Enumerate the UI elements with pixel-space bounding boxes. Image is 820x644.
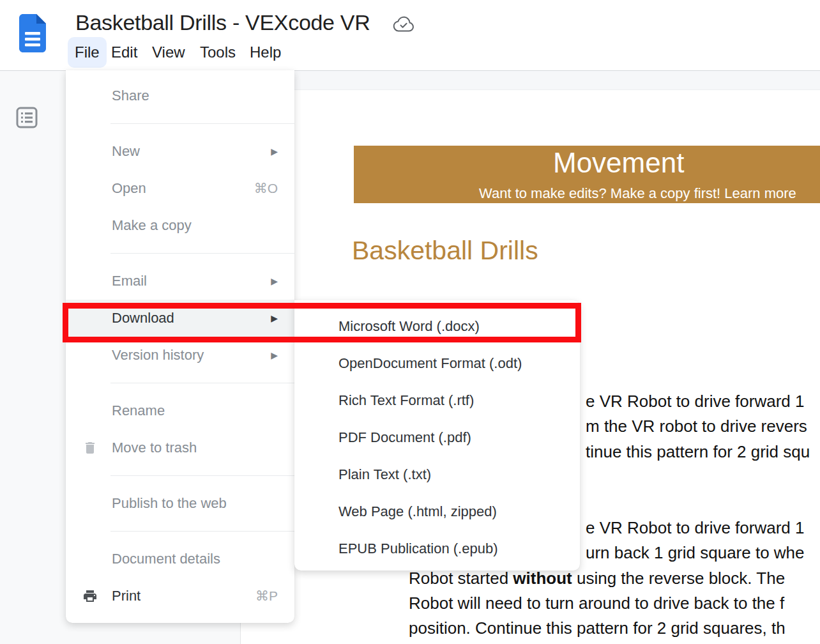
app-header: Basketball Drills - VEXcode VR FileEditV… [0, 0, 820, 71]
menu-item-share[interactable]: Share [66, 77, 294, 114]
menu-item-label: Open [112, 180, 248, 197]
menu-item-version-history[interactable]: Version history▶ [66, 337, 294, 374]
banner-title: Movement [553, 147, 684, 179]
menu-item-label: Move to trash [112, 440, 278, 456]
menu-item-label: Publish to the web [112, 495, 278, 512]
submenu-item-web-page-html-zipped[interactable]: Web Page (.html, zipped) [294, 493, 580, 530]
document-banner: Movement Want to make edits? Make a copy… [354, 146, 820, 203]
body-text-line: e VR Robot to drive forward 1 [586, 389, 805, 414]
body-text-line: urn back 1 grid square to whe [586, 540, 805, 565]
body-text-segment: Robot started [409, 569, 513, 588]
menu-item-shortcut: ⌘P [255, 588, 278, 604]
menu-item-label: Document details [112, 551, 278, 567]
menu-item-label: Download [112, 310, 264, 326]
banner-subtitle: Want to make edits? Make a copy first! L… [479, 185, 796, 202]
submenu-item-rich-text-format-rtf[interactable]: Rich Text Format (.rtf) [294, 382, 580, 419]
page-top-margin [241, 71, 820, 90]
menu-item-make-a-copy[interactable]: Make a copy [66, 207, 294, 244]
printer-icon [82, 588, 98, 604]
menu-item-label: Rename [112, 402, 278, 419]
menu-item-open[interactable]: Open⌘O [66, 170, 294, 207]
menubar-view[interactable]: View [145, 37, 192, 68]
body-text-line: Robot will need to turn around to drive … [409, 591, 784, 616]
menu-divider [110, 253, 294, 254]
body-text-bold: without [513, 569, 572, 588]
menu-item-download[interactable]: Download▶ [66, 300, 294, 337]
body-text-line: tinue this pattern for 2 grid squ [586, 440, 810, 464]
menu-item-label: Make a copy [112, 217, 278, 234]
download-submenu: Microsoft Word (.docx)OpenDocument Forma… [294, 300, 580, 571]
trash-icon [82, 440, 98, 456]
menu-item-shortcut: ⌘O [254, 181, 278, 196]
body-text-line: position. Continue this pattern for 2 gr… [409, 616, 786, 641]
body-text-segment: position. Continue this pattern for 2 gr… [409, 618, 786, 638]
menu-divider [110, 531, 294, 532]
menu-item-new[interactable]: New▶ [66, 133, 294, 170]
menu-item-publish-to-the-web[interactable]: Publish to the web [66, 485, 294, 522]
document-outline-icon [15, 106, 38, 129]
body-text-segment: tinue this pattern for 2 grid squ [586, 442, 810, 461]
menubar-help[interactable]: Help [243, 37, 288, 68]
menu-item-email[interactable]: Email▶ [66, 263, 294, 300]
menu-item-label: Email [112, 273, 264, 289]
body-text-segment: Robot will need to turn around to drive … [409, 594, 784, 613]
google-docs-icon [19, 14, 46, 52]
submenu-item-plain-text-txt[interactable]: Plain Text (.txt) [294, 456, 580, 493]
submenu-arrow-icon: ▶ [271, 276, 278, 286]
menu-item-rename[interactable]: Rename [66, 392, 294, 429]
menu-divider [110, 123, 294, 124]
menu-item-label: Version history [112, 347, 264, 364]
body-text-segment: m the VR robot to drive revers [586, 417, 807, 436]
submenu-item-pdf-document-pdf[interactable]: PDF Document (.pdf) [294, 419, 580, 456]
file-menu-dropdown: ShareNew▶Open⌘OMake a copyEmail▶Download… [66, 70, 294, 623]
submenu-item-opendocument-format-odt[interactable]: OpenDocument Format (.odt) [294, 345, 580, 382]
menubar-tools[interactable]: Tools [193, 37, 243, 68]
menu-item-move-to-trash[interactable]: Move to trash [66, 429, 294, 466]
show-outline-button[interactable] [15, 106, 38, 129]
body-text-segment: e VR Robot to drive forward 1 [586, 518, 805, 537]
document-heading: Basketball Drills [352, 236, 538, 266]
body-text-line: e VR Robot to drive forward 1 [586, 516, 805, 540]
submenu-item-microsoft-word-docx[interactable]: Microsoft Word (.docx) [294, 308, 580, 345]
body-text-segment: using the reverse block. The [572, 569, 785, 588]
submenu-item-epub-publication-epub[interactable]: EPUB Publication (.epub) [294, 530, 580, 567]
cloud-saved-icon[interactable] [393, 15, 414, 33]
menubar-edit[interactable]: Edit [104, 37, 144, 68]
menu-divider [110, 383, 294, 383]
submenu-arrow-icon: ▶ [271, 146, 278, 157]
document-title[interactable]: Basketball Drills - VEXcode VR [75, 10, 370, 35]
menu-item-label: Print [112, 588, 249, 604]
menu-item-label: New [112, 143, 264, 160]
body-text-line: m the VR robot to drive revers [586, 414, 807, 439]
body-text-segment: e VR Robot to drive forward 1 [586, 392, 805, 411]
menubar-file[interactable]: File [68, 37, 107, 68]
menu-item-document-details[interactable]: Document details [66, 540, 294, 578]
body-text-segment: urn back 1 grid square to whe [586, 543, 805, 562]
menu-item-print[interactable]: Print⌘P [66, 578, 294, 615]
submenu-arrow-icon: ▶ [271, 313, 278, 323]
submenu-arrow-icon: ▶ [271, 350, 278, 360]
google-docs-window: Movement Want to make edits? Make a copy… [0, 0, 820, 644]
menu-divider [110, 475, 294, 476]
menu-item-label: Share [112, 88, 278, 104]
